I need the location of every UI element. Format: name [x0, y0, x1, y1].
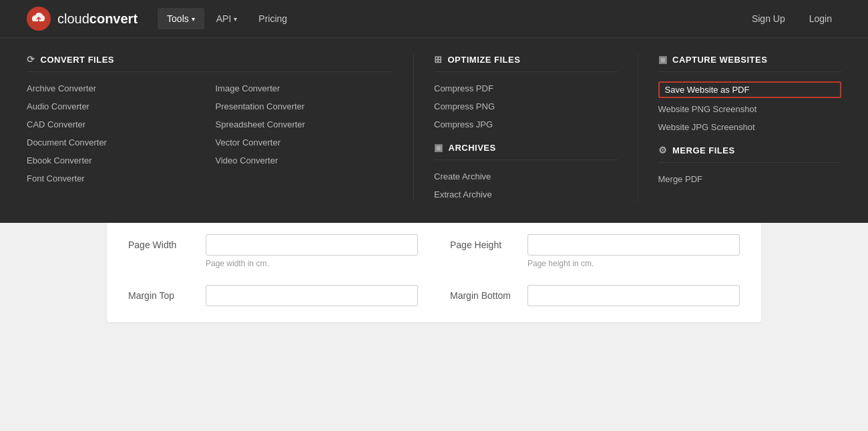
website-png-screenshot-link[interactable]: Website PNG Screenshot — [658, 102, 842, 116]
optimize-items: Compress PDF Compress PNG Compress JPG — [434, 81, 618, 131]
capture-items: Save Website as PDF Website PNG Screensh… — [658, 81, 842, 134]
tools-caret-icon: ▾ — [192, 15, 195, 23]
api-caret-icon: ▾ — [234, 15, 237, 23]
margin-top-option-group: Margin Top — [128, 285, 418, 306]
archives-icon: ▣ — [434, 142, 443, 153]
margin-bottom-input-wrap — [527, 285, 740, 306]
page-height-option-group: Page Height Page height in cm. — [450, 234, 740, 270]
merge-icon: ⚙ — [658, 145, 668, 155]
archive-converter-link[interactable]: Archive Converter — [27, 81, 205, 95]
page-height-label: Page Height — [450, 234, 517, 250]
margin-bottom-input[interactable] — [527, 285, 740, 306]
merge-pdf-link[interactable]: Merge PDF — [658, 172, 842, 186]
archives-subsection: ▣ ARCHIVES Create Archive Extract Archiv… — [434, 142, 618, 201]
merge-files-title: ⚙ MERGE FILES — [658, 145, 842, 163]
convert-icon: ⟳ — [27, 54, 35, 65]
website-jpg-screenshot-link[interactable]: Website JPG Screenshot — [658, 120, 842, 134]
tools-menu[interactable]: Tools ▾ — [158, 8, 204, 29]
api-menu[interactable]: API ▾ — [207, 8, 247, 29]
capture-websites-title: ▣ CAPTURE WEBSITES — [658, 54, 842, 72]
pricing-link[interactable]: Pricing — [249, 8, 296, 29]
logo[interactable]: cloudconvert — [27, 7, 138, 31]
nav-right: Sign Up Login — [742, 9, 841, 28]
capture-icon: ▣ — [658, 54, 668, 65]
archives-items: Create Archive Extract Archive — [434, 169, 618, 201]
font-converter-link[interactable]: Font Converter — [27, 171, 205, 185]
margin-bottom-option-group: Margin Bottom — [450, 285, 740, 306]
page-width-input[interactable] — [206, 234, 418, 256]
logo-text: cloudconvert — [57, 11, 138, 27]
archives-title: ▣ ARCHIVES — [434, 142, 618, 160]
margin-bottom-label: Margin Bottom — [450, 285, 517, 301]
optimize-files-title: ⊞ OPTIMIZE FILES — [434, 54, 618, 72]
page-width-input-wrap: Page width in cm. — [206, 234, 418, 270]
margin-top-option-row: Margin Top — [128, 285, 418, 306]
signup-link[interactable]: Sign Up — [742, 9, 795, 28]
extract-archive-link[interactable]: Extract Archive — [434, 187, 618, 201]
convert-files-section: ⟳ CONVERT FILES Archive Converter Image … — [27, 54, 414, 201]
optimize-icon: ⊞ — [434, 54, 443, 65]
merge-files-subsection: ⚙ MERGE FILES Merge PDF — [658, 145, 842, 186]
page-width-label: Page Width — [128, 234, 195, 250]
convert-files-grid: Archive Converter Image Converter Audio … — [27, 81, 393, 185]
compress-png-link[interactable]: Compress PNG — [434, 99, 618, 113]
merge-items: Merge PDF — [658, 172, 842, 186]
video-converter-link[interactable]: Video Converter — [216, 153, 394, 167]
page-height-input[interactable] — [527, 234, 740, 256]
nav-links: Tools ▾ API ▾ Pricing — [158, 8, 296, 29]
compress-pdf-link[interactable]: Compress PDF — [434, 81, 618, 95]
page-height-hint: Page height in cm. — [527, 258, 740, 270]
capture-section: ▣ CAPTURE WEBSITES Save Website as PDF W… — [658, 54, 842, 201]
page-width-option-row: Page Width Page width in cm. — [128, 234, 418, 270]
vector-converter-link[interactable]: Vector Converter — [216, 135, 394, 149]
convert-files-title: ⟳ CONVERT FILES — [27, 54, 393, 72]
login-link[interactable]: Login — [800, 9, 841, 28]
compress-jpg-link[interactable]: Compress JPG — [434, 117, 618, 131]
ebook-converter-link[interactable]: Ebook Converter — [27, 153, 205, 167]
logo-icon — [27, 7, 51, 31]
image-converter-link[interactable]: Image Converter — [216, 81, 394, 95]
presentation-converter-link[interactable]: Presentation Converter — [216, 99, 394, 113]
margin-top-input[interactable] — [206, 285, 418, 306]
margin-top-label: Margin Top — [128, 285, 195, 301]
margin-top-input-wrap — [206, 285, 418, 306]
tools-dropdown: ⟳ CONVERT FILES Archive Converter Image … — [0, 37, 868, 223]
page-width-option-group: Page Width Page width in cm. — [128, 234, 418, 270]
save-website-as-pdf-link[interactable]: Save Website as PDF — [658, 81, 842, 98]
optimize-section: ⊞ OPTIMIZE FILES Compress PDF Compress P… — [434, 54, 638, 201]
margin-bottom-option-row: Margin Bottom — [450, 285, 740, 306]
page-height-input-wrap: Page height in cm. — [527, 234, 740, 270]
document-converter-link[interactable]: Document Converter — [27, 135, 205, 149]
audio-converter-link[interactable]: Audio Converter — [27, 99, 205, 113]
page-width-hint: Page width in cm. — [206, 258, 418, 270]
create-archive-link[interactable]: Create Archive — [434, 169, 618, 183]
page-height-option-row: Page Height Page height in cm. — [450, 234, 740, 270]
spreadsheet-converter-link[interactable]: Spreadsheet Converter — [216, 117, 394, 131]
navbar: cloudconvert Tools ▾ API ▾ Pricing Sign … — [0, 0, 868, 37]
cad-converter-link[interactable]: CAD Converter — [27, 117, 205, 131]
